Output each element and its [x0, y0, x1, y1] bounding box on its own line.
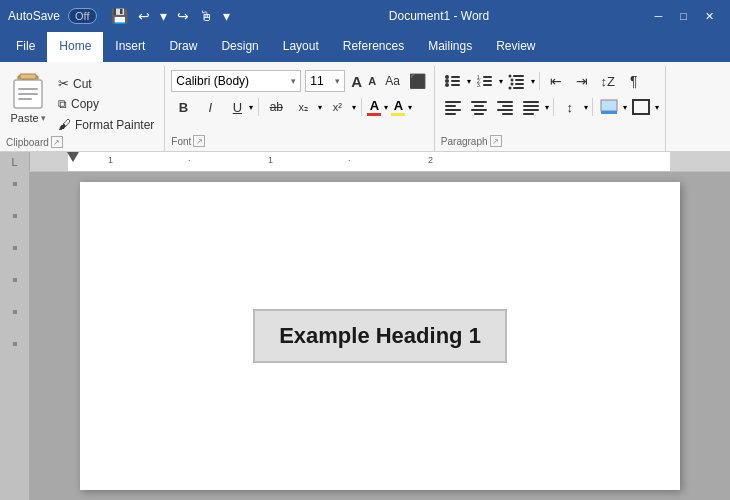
menu-references[interactable]: References	[331, 32, 416, 62]
minimize-button[interactable]: ─	[647, 6, 671, 26]
paragraph-group-label: Paragraph ↗	[441, 135, 659, 147]
justify-button[interactable]	[519, 96, 543, 118]
menu-review[interactable]: Review	[484, 32, 547, 62]
menu-layout[interactable]: Layout	[271, 32, 331, 62]
italic-button[interactable]: I	[198, 96, 222, 118]
bullets-button[interactable]	[441, 70, 465, 92]
svg-rect-31	[474, 105, 484, 107]
superscript-dropdown[interactable]: ▾	[352, 103, 356, 112]
undo-icon[interactable]: ↩	[136, 6, 152, 26]
clipboard-expand-icon[interactable]: ↗	[51, 136, 63, 148]
font-family-dropdown[interactable]: Calibri (Body) ▾	[171, 70, 301, 92]
ruler-main[interactable]: 1 · 1 · 2	[30, 152, 730, 171]
svg-rect-41	[523, 113, 534, 115]
svg-rect-29	[445, 113, 456, 115]
line-spacing-button[interactable]: ↕	[558, 96, 582, 118]
save-icon[interactable]: 💾	[109, 6, 130, 26]
close-button[interactable]: ✕	[697, 6, 722, 26]
paste-label: Paste	[10, 112, 38, 124]
ruler-mark-2: ·	[188, 155, 191, 165]
menu-file[interactable]: File	[4, 32, 47, 62]
document-page[interactable]: Example Heading 1	[30, 172, 730, 500]
divider2	[361, 98, 362, 116]
title-bar-more-icon[interactable]: ▾	[221, 6, 232, 26]
numbering-dropdown[interactable]: ▾	[499, 77, 503, 86]
increase-indent-button[interactable]: ⇥	[570, 70, 594, 92]
show-marks-button[interactable]: ¶	[622, 70, 646, 92]
cut-label: Cut	[73, 77, 92, 91]
align-left-button[interactable]	[441, 96, 465, 118]
paste-button[interactable]: Paste ▾	[6, 70, 50, 126]
bullets-dropdown[interactable]: ▾	[467, 77, 471, 86]
align-right-button[interactable]	[493, 96, 517, 118]
margin-mark-2	[13, 214, 17, 218]
multilevel-list-button[interactable]	[505, 70, 529, 92]
ruler-corner[interactable]: L	[0, 152, 30, 171]
menu-design[interactable]: Design	[209, 32, 270, 62]
underline-dropdown[interactable]: ▾	[249, 103, 253, 112]
paste-dropdown-arrow[interactable]: ▾	[41, 113, 46, 123]
underline-button[interactable]: U	[225, 96, 249, 118]
restore-button[interactable]: □	[672, 6, 695, 26]
superscript-button[interactable]: x²	[325, 96, 349, 118]
ruler-tab-stop[interactable]	[67, 152, 79, 162]
shading-button[interactable]	[597, 96, 621, 118]
page[interactable]: Example Heading 1	[80, 182, 680, 490]
clipboard-group: Paste ▾ ✂ Cut ⧉ Copy 🖌 Format Painter	[0, 66, 165, 151]
highlight-icon[interactable]: ⬛	[407, 73, 428, 89]
heading-text[interactable]: Example Heading 1	[253, 309, 507, 363]
clipboard-group-label: Clipboard ↗	[6, 136, 158, 148]
svg-rect-32	[471, 109, 487, 111]
svg-rect-7	[451, 76, 460, 78]
multilevel-dropdown[interactable]: ▾	[531, 77, 535, 86]
svg-rect-26	[445, 101, 461, 103]
font-size-dropdown[interactable]: 11 ▾	[305, 70, 345, 92]
svg-rect-40	[523, 109, 539, 111]
margin-mark-4	[13, 278, 17, 282]
ruler-left-margin	[30, 152, 68, 171]
shading-dropdown[interactable]: ▾	[623, 103, 627, 112]
autosave-toggle[interactable]: Off	[68, 8, 96, 24]
borders-button[interactable]	[629, 96, 653, 118]
paragraph-expand-icon[interactable]: ↗	[490, 135, 502, 147]
align-center-button[interactable]	[467, 96, 491, 118]
numbering-button[interactable]: 1.2.3.	[473, 70, 497, 92]
list-buttons: ▾ 1.2.3. ▾ ▾	[441, 70, 535, 92]
copy-label: Copy	[71, 97, 99, 111]
font-expand-icon[interactable]: ↗	[193, 135, 205, 147]
menu-insert[interactable]: Insert	[103, 32, 157, 62]
paragraph-group: ▾ 1.2.3. ▾ ▾ ⇤ ⇥ ↕Z ¶	[435, 66, 666, 151]
font-color-dropdown[interactable]: ▾	[384, 103, 388, 112]
svg-rect-15	[483, 80, 492, 82]
left-margin	[0, 172, 30, 500]
justify-dropdown[interactable]: ▾	[545, 103, 549, 112]
copy-button[interactable]: ⧉ Copy	[54, 95, 158, 113]
svg-rect-21	[515, 79, 524, 81]
redo-icon[interactable]: ↪	[175, 6, 191, 26]
format-painter-button[interactable]: 🖌 Format Painter	[54, 115, 158, 134]
strikethrough-button[interactable]: ab	[264, 96, 288, 118]
undo-dropdown-icon[interactable]: ▾	[158, 6, 169, 26]
decrease-indent-button[interactable]: ⇤	[544, 70, 568, 92]
line-spacing-dropdown[interactable]: ▾	[584, 103, 588, 112]
sort-button[interactable]: ↕Z	[596, 70, 620, 92]
subscript-button[interactable]: x₂	[291, 96, 315, 118]
svg-rect-9	[451, 80, 460, 82]
increase-font-size-button[interactable]: A	[349, 73, 364, 90]
subscript-dropdown[interactable]: ▾	[318, 103, 322, 112]
cut-button[interactable]: ✂ Cut	[54, 74, 158, 93]
font-color-button[interactable]: A	[367, 98, 381, 116]
touch-icon[interactable]: 🖱	[197, 6, 215, 26]
change-case-button[interactable]: Aa	[382, 74, 403, 88]
paragraph-row2: ▾ ↕ ▾ ▾ ▾	[441, 96, 659, 118]
ruler-mark-5: 2	[428, 155, 433, 165]
decrease-font-size-button[interactable]: A	[366, 73, 378, 90]
borders-dropdown[interactable]: ▾	[655, 103, 659, 112]
menu-home[interactable]: Home	[47, 32, 103, 62]
menu-draw[interactable]: Draw	[157, 32, 209, 62]
bold-button[interactable]: B	[171, 96, 195, 118]
highlight-color-dropdown[interactable]: ▾	[408, 103, 412, 112]
menu-mailings[interactable]: Mailings	[416, 32, 484, 62]
highlight-color-button[interactable]: A	[391, 98, 405, 116]
ruler-right-margin	[670, 152, 730, 171]
